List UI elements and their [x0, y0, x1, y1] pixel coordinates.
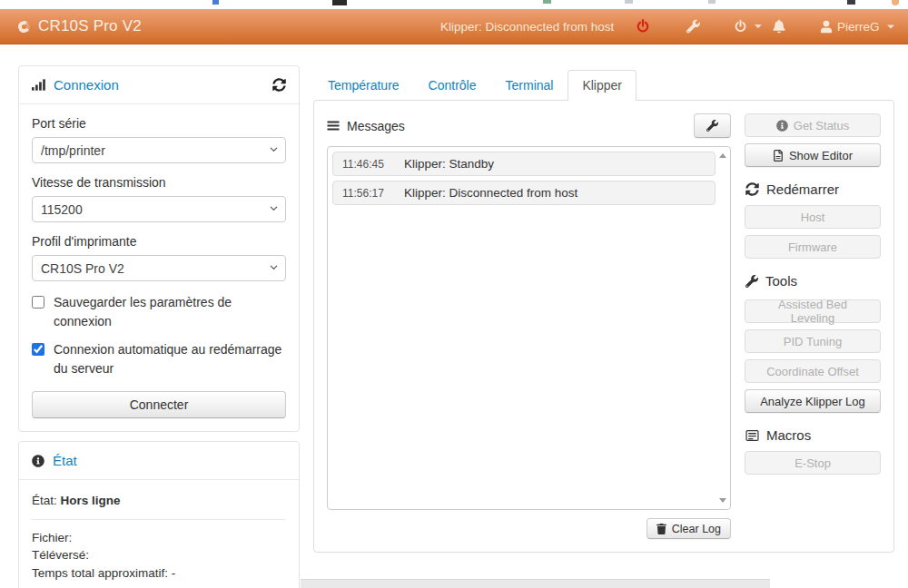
tab-temperature[interactable]: Température [313, 70, 414, 101]
klipper-controls: Get Status Show Editor Redémarrer Host F… [745, 113, 881, 539]
get-status-label: Get Status [794, 119, 849, 132]
tab-terminal[interactable]: Terminal [491, 70, 568, 101]
state-panel: État État: Hors ligne Fichier: Téléversé… [18, 441, 300, 588]
scroll-down-arrow[interactable] [719, 498, 726, 503]
analyze-klipper-log-button[interactable]: Analyze Klipper Log [745, 389, 881, 413]
bookmark-icon-fragment [892, 0, 899, 5]
state-panel-title[interactable]: État [53, 453, 77, 468]
save-connection-settings-checkbox-row[interactable]: Sauvegarder les paramètres de connexion [32, 293, 286, 331]
connection-panel: Connexion Port série /tmp/printer Vitess… [18, 65, 300, 432]
notifications-bell-icon[interactable] [773, 20, 785, 34]
connection-panel-header: Connexion [19, 66, 299, 104]
page-body: Connexion Port série /tmp/printer Vitess… [0, 44, 908, 588]
divider [32, 519, 286, 520]
main-area: Température Contrôle Terminal Klipper Me… [313, 65, 894, 553]
printer-profile-select[interactable]: CR10S Pro V2 [32, 255, 286, 281]
refresh-ports-icon[interactable] [272, 78, 286, 92]
coordinate-offset-button[interactable]: Coordinate Offset [745, 359, 881, 383]
clear-log-label: Clear Log [672, 523, 721, 535]
macros-heading: Macros [745, 427, 881, 443]
bookmark-icon-fragment [212, 0, 219, 5]
wrench-icon [706, 120, 718, 132]
state-panel-header: État [19, 442, 299, 480]
macros-list-icon [745, 429, 759, 442]
printer-title: CR10S Pro V2 [38, 17, 142, 35]
printer-connection-state-icon[interactable] [636, 19, 650, 34]
baudrate-select[interactable]: 115200 [32, 196, 286, 222]
show-editor-button[interactable]: Show Editor [745, 143, 881, 167]
connect-button[interactable]: Connecter [32, 391, 286, 418]
sidebar: Connexion Port série /tmp/printer Vitess… [18, 65, 300, 588]
autoconnect-checkbox[interactable] [32, 343, 44, 356]
settings-wrench-icon[interactable] [686, 20, 700, 34]
machine-state-value: Hors ligne [61, 494, 121, 507]
refresh-icon [745, 182, 759, 196]
system-power-menu[interactable] [734, 19, 762, 34]
machine-state-label: État: [32, 494, 57, 507]
serial-port-label: Port série [32, 116, 286, 131]
estop-button[interactable]: E-Stop [745, 451, 881, 475]
uploaded-line: Téléversé: [32, 546, 286, 564]
save-connection-settings-checkbox[interactable] [32, 296, 44, 309]
info-circle-icon [32, 455, 44, 467]
scroll-up-arrow[interactable] [719, 153, 726, 158]
show-editor-label: Show Editor [789, 149, 853, 162]
bookmark-icon-fragment [543, 0, 551, 4]
bookmark-icon-fragment [332, 0, 347, 5]
restart-host-button[interactable]: Host [745, 205, 881, 229]
tools-heading: Tools [745, 273, 881, 289]
log-row: 11:46:45 Klipper: Standby [332, 152, 716, 176]
tab-klipper[interactable]: Klipper [568, 70, 637, 101]
assisted-bed-leveling-button[interactable]: Assisted Bed Leveling [745, 299, 881, 323]
footer-divider [301, 579, 770, 588]
user-name: PierreG [837, 20, 880, 34]
machine-state-line: État: Hors ligne [32, 492, 286, 510]
tab-bar: Température Contrôle Terminal Klipper [313, 70, 894, 100]
save-connection-settings-label: Sauvegarder les paramètres de connexion [54, 293, 286, 331]
restart-firmware-button[interactable]: Firmware [745, 235, 881, 259]
tab-control[interactable]: Contrôle [414, 70, 491, 101]
chevron-down-icon [887, 24, 894, 28]
klipper-log[interactable]: 11:46:45 Klipper: Standby 11:56:17 Klipp… [327, 146, 731, 510]
get-status-button[interactable]: Get Status [745, 113, 881, 137]
printer-profile-label: Profil d'imprimante [32, 234, 286, 249]
macros-heading-label: Macros [766, 427, 811, 443]
restart-heading-label: Redémarrer [766, 181, 839, 197]
clear-log-button[interactable]: Clear Log [646, 518, 731, 539]
autoconnect-label: Connexion automatique au redémarrage du … [54, 340, 286, 378]
restart-heading: Redémarrer [745, 181, 881, 197]
connection-panel-body: Port série /tmp/printer Vitesse de trans… [19, 104, 299, 431]
user-icon [820, 20, 833, 33]
octoprint-logo-icon [17, 19, 32, 34]
app-brand[interactable]: CR10S Pro V2 [18, 17, 142, 35]
connection-panel-title[interactable]: Connexion [54, 77, 119, 93]
navbar-klipper-status: Klipper: Disconnected from host [440, 20, 614, 34]
chevron-down-icon [755, 24, 762, 28]
bookmark-icon-fragment [847, 0, 855, 5]
state-panel-body: État: Hors ligne Fichier: Téléversé: Tem… [19, 480, 299, 588]
pid-tuning-button[interactable]: PID Tuning [745, 329, 881, 353]
messages-settings-button[interactable] [694, 113, 731, 138]
wrench-icon [745, 275, 758, 288]
messages-section: Messages 11:46:45 Klipper: Standby 11:56… [327, 113, 731, 539]
navbar: CR10S Pro V2 Klipper: Disconnected from … [0, 9, 908, 44]
autoconnect-checkbox-row[interactable]: Connexion automatique au redémarrage du … [32, 340, 286, 378]
bookmark-icon-fragment [625, 0, 633, 4]
file-line: Fichier: [32, 529, 286, 547]
tools-heading-label: Tools [765, 273, 797, 289]
browser-edge-strip [0, 0, 908, 9]
file-icon [773, 150, 784, 162]
info-circle-icon [776, 120, 788, 132]
trash-icon [656, 524, 666, 534]
log-message: Klipper: Disconnected from host [404, 186, 577, 200]
signal-icon [32, 79, 45, 91]
log-timestamp: 11:56:17 [342, 186, 388, 200]
bookmark-icon-fragment [708, 0, 716, 4]
log-message: Klipper: Standby [404, 157, 494, 171]
baudrate-label: Vitesse de transmission [32, 175, 286, 190]
log-row: 11:56:17 Klipper: Disconnected from host [332, 181, 716, 205]
messages-title: Messages [347, 119, 405, 133]
user-menu[interactable]: PierreG [820, 20, 894, 34]
serial-port-select[interactable]: /tmp/printer [32, 137, 286, 163]
messages-list-icon [327, 120, 340, 132]
